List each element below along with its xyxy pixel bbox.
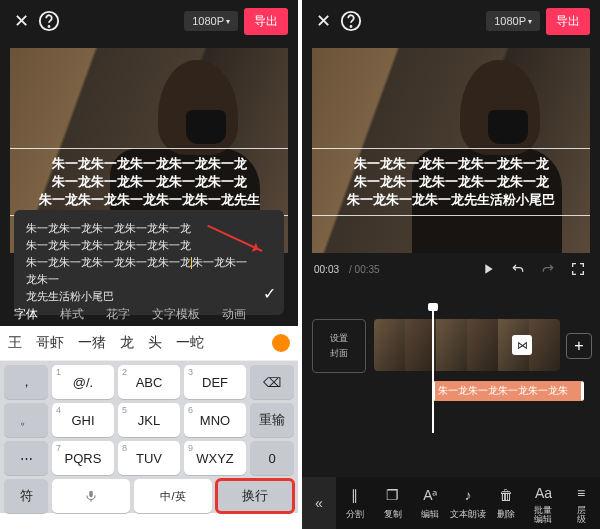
undo-button[interactable] (508, 259, 528, 279)
key-4[interactable]: 4GHI (52, 403, 114, 437)
tool-delete[interactable]: 🗑删除 (487, 485, 525, 521)
bottom-toolbar: « ∥分割 ❐复制 Aᵃ编辑 ♪文本朗读 🗑删除 Aa批量 编辑 ≡层 级 (302, 477, 600, 529)
tool-batch[interactable]: Aa批量 编辑 (525, 483, 563, 524)
candidate[interactable]: 龙 (120, 334, 134, 352)
tab-template[interactable]: 文字模板 (152, 306, 200, 323)
tool-tts[interactable]: ♪文本朗读 (449, 485, 487, 521)
svg-point-5 (350, 26, 351, 27)
ime-logo-icon (272, 334, 290, 352)
redo-button[interactable] (538, 259, 558, 279)
key-7[interactable]: 7PQRS (52, 441, 114, 475)
key-backspace[interactable]: ⌫ (250, 365, 294, 399)
tool-edit[interactable]: Aᵃ编辑 (411, 485, 449, 521)
key-reinput[interactable]: 重输 (250, 403, 294, 437)
key-zero[interactable]: 0 (250, 441, 294, 475)
tab-flower[interactable]: 花字 (106, 306, 130, 323)
tab-font[interactable]: 字体 (14, 306, 38, 323)
play-button[interactable] (478, 259, 498, 279)
caption-overlay: 朱一龙朱一龙朱一龙朱一龙朱一龙 朱一龙朱一龙朱一龙朱一龙朱一龙 朱一龙朱一龙朱一… (312, 148, 590, 216)
text-track-clip[interactable]: 朱一龙朱一龙朱一龙朱一龙朱 (432, 381, 584, 401)
candidate[interactable]: 一猪 (78, 334, 106, 352)
candidate-bar: 王 哥虾 一猪 龙 头 一蛇 (0, 326, 298, 361)
key-comma[interactable]: ， (4, 365, 48, 399)
timeline[interactable]: 设置封面 ⋈ + 朱一龙朱一龙朱一龙朱一龙朱 (302, 289, 600, 439)
key-6[interactable]: 6MNO (184, 403, 246, 437)
candidate[interactable]: 头 (148, 334, 162, 352)
tool-copy[interactable]: ❐复制 (374, 485, 412, 521)
key-period[interactable]: 。 (4, 403, 48, 437)
close-icon[interactable]: ✕ (312, 10, 334, 32)
export-button[interactable]: 导出 (244, 8, 288, 35)
candidate[interactable]: 一蛇 (176, 334, 204, 352)
resolution-chip[interactable]: 1080P▾ (486, 11, 540, 31)
close-icon[interactable]: ✕ (10, 10, 32, 32)
help-icon[interactable] (340, 10, 362, 32)
current-time: 00:03 (314, 264, 339, 275)
key-5[interactable]: 5JKL (118, 403, 180, 437)
key-1[interactable]: 1@/. (52, 365, 114, 399)
cover-setting-button[interactable]: 设置封面 (312, 319, 366, 373)
tab-style[interactable]: 样式 (60, 306, 84, 323)
key-8[interactable]: 8TUV (118, 441, 180, 475)
resolution-chip[interactable]: 1080P▾ (184, 11, 238, 31)
keyboard: 王 哥虾 一猪 龙 头 一蛇 ， 1@/. 2ABC 3DEF ⌫ 。 4GHI (0, 326, 298, 529)
playback-bar: 00:03 / 00:35 (302, 253, 600, 285)
candidate[interactable]: 哥虾 (36, 334, 64, 352)
key-mic[interactable] (52, 479, 130, 513)
key-enter[interactable]: 换行 (216, 479, 294, 513)
video-preview[interactable]: 朱一龙朱一龙朱一龙朱一龙朱一龙 朱一龙朱一龙朱一龙朱一龙朱一龙 朱一龙朱一龙朱一… (312, 48, 590, 253)
key-more[interactable]: ⋯ (4, 441, 48, 475)
key-3[interactable]: 3DEF (184, 365, 246, 399)
playhead[interactable] (432, 307, 434, 433)
tab-anim[interactable]: 动画 (222, 306, 246, 323)
help-icon[interactable] (38, 10, 60, 32)
export-button[interactable]: 导出 (546, 8, 590, 35)
caption-overlay: 朱一龙朱一龙朱一龙朱一龙朱一龙 朱一龙朱一龙朱一龙朱一龙朱一龙 朱一龙朱一龙朱一… (10, 148, 288, 216)
svg-point-1 (48, 26, 49, 27)
key-9[interactable]: 9WXYZ (184, 441, 246, 475)
toolbar-back-button[interactable]: « (302, 477, 336, 529)
candidate[interactable]: 王 (8, 334, 22, 352)
svg-rect-2 (89, 491, 93, 497)
key-2[interactable]: 2ABC (118, 365, 180, 399)
tool-split[interactable]: ∥分割 (336, 485, 374, 521)
transition-icon[interactable]: ⋈ (512, 335, 532, 355)
fullscreen-button[interactable] (568, 259, 588, 279)
key-lang[interactable]: 中/英 (134, 479, 212, 513)
key-symbol[interactable]: 符 (4, 479, 48, 513)
add-clip-button[interactable]: + (566, 333, 592, 359)
tool-layer[interactable]: ≡层 级 (562, 483, 600, 524)
video-track[interactable] (374, 319, 560, 371)
